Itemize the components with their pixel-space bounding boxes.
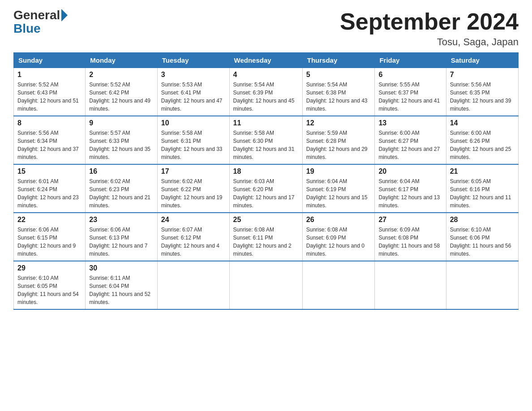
calendar-cell-27: 27Sunrise: 6:09 AMSunset: 6:08 PMDayligh…: [375, 213, 446, 261]
calendar-cell-11: 11Sunrise: 5:58 AMSunset: 6:30 PMDayligh…: [229, 116, 302, 164]
day-number: 27: [378, 216, 442, 224]
day-number: 29: [17, 264, 82, 272]
logo-general-text: General: [13, 9, 60, 21]
calendar-cell-5: 5Sunrise: 5:54 AMSunset: 6:38 PMDaylight…: [302, 68, 375, 116]
cell-info: Sunrise: 5:53 AMSunset: 6:41 PMDaylight:…: [161, 81, 226, 113]
cell-info: Sunrise: 6:00 AMSunset: 6:27 PMDaylight:…: [378, 129, 442, 161]
day-number: 8: [17, 119, 82, 127]
calendar-cell-22: 22Sunrise: 6:06 AMSunset: 6:15 PMDayligh…: [14, 213, 86, 261]
cell-info: Sunrise: 5:54 AMSunset: 6:38 PMDaylight:…: [306, 81, 371, 113]
day-number: 22: [17, 216, 82, 224]
cell-info: Sunrise: 6:11 AMSunset: 6:04 PMDaylight:…: [89, 274, 154, 306]
calendar-cell-7: 7Sunrise: 5:56 AMSunset: 6:35 PMDaylight…: [446, 68, 518, 116]
calendar-cell-1: 1Sunrise: 5:52 AMSunset: 6:43 PMDaylight…: [14, 68, 86, 116]
title-area: September 2024 Tosu, Saga, Japan: [340, 9, 519, 48]
cell-info: Sunrise: 6:02 AMSunset: 6:23 PMDaylight:…: [89, 177, 154, 210]
cell-info: Sunrise: 6:04 AMSunset: 6:17 PMDaylight:…: [378, 177, 442, 210]
cell-info: Sunrise: 5:58 AMSunset: 6:31 PMDaylight:…: [161, 129, 226, 161]
calendar-cell-18: 18Sunrise: 6:03 AMSunset: 6:20 PMDayligh…: [229, 164, 302, 213]
cell-info: Sunrise: 6:06 AMSunset: 6:15 PMDaylight:…: [17, 226, 82, 258]
cell-info: Sunrise: 6:00 AMSunset: 6:26 PMDaylight:…: [450, 129, 515, 161]
calendar-cell-30: 30Sunrise: 6:11 AMSunset: 6:04 PMDayligh…: [86, 261, 158, 309]
location-text: Tosu, Saga, Japan: [340, 36, 519, 48]
cell-info: Sunrise: 5:56 AMSunset: 6:35 PMDaylight:…: [450, 81, 515, 113]
week-row-2: 8Sunrise: 5:56 AMSunset: 6:34 PMDaylight…: [14, 116, 519, 164]
cell-info: Sunrise: 6:02 AMSunset: 6:22 PMDaylight:…: [161, 177, 226, 210]
day-number: 13: [378, 119, 442, 127]
day-number: 14: [450, 119, 515, 127]
day-number: 12: [306, 119, 371, 127]
logo-blue-text: Blue: [13, 21, 41, 36]
day-number: 26: [306, 216, 371, 224]
calendar-cell-21: 21Sunrise: 6:05 AMSunset: 6:16 PMDayligh…: [446, 164, 518, 213]
day-number: 18: [233, 167, 299, 176]
day-number: 1: [17, 71, 82, 79]
calendar-cell-26: 26Sunrise: 6:08 AMSunset: 6:09 PMDayligh…: [302, 213, 375, 261]
day-header-wednesday: Wednesday: [229, 53, 302, 68]
cell-info: Sunrise: 5:56 AMSunset: 6:34 PMDaylight:…: [17, 129, 82, 161]
day-header-tuesday: Tuesday: [157, 53, 229, 68]
week-row-3: 15Sunrise: 6:01 AMSunset: 6:24 PMDayligh…: [14, 164, 519, 213]
day-number: 4: [233, 71, 299, 79]
day-number: 10: [161, 119, 226, 127]
calendar-table: SundayMondayTuesdayWednesdayThursdayFrid…: [13, 52, 519, 310]
calendar-cell-28: 28Sunrise: 6:10 AMSunset: 6:06 PMDayligh…: [446, 213, 518, 261]
empty-cell: [229, 261, 302, 309]
calendar-cell-13: 13Sunrise: 6:00 AMSunset: 6:27 PMDayligh…: [375, 116, 446, 164]
day-number: 2: [89, 71, 154, 79]
week-row-1: 1Sunrise: 5:52 AMSunset: 6:43 PMDaylight…: [14, 68, 519, 116]
header-row: SundayMondayTuesdayWednesdayThursdayFrid…: [14, 53, 519, 68]
day-number: 30: [89, 264, 154, 272]
cell-info: Sunrise: 5:59 AMSunset: 6:28 PMDaylight:…: [306, 129, 371, 161]
page-header: General Blue September 2024 Tosu, Saga, …: [13, 9, 519, 48]
cell-info: Sunrise: 5:52 AMSunset: 6:43 PMDaylight:…: [17, 81, 82, 113]
cell-info: Sunrise: 5:52 AMSunset: 6:42 PMDaylight:…: [89, 81, 154, 113]
day-number: 15: [17, 167, 82, 176]
logo: General Blue: [13, 9, 69, 36]
calendar-cell-16: 16Sunrise: 6:02 AMSunset: 6:23 PMDayligh…: [86, 164, 158, 213]
day-number: 5: [306, 71, 371, 79]
month-title: September 2024: [340, 9, 519, 34]
day-number: 16: [89, 167, 154, 176]
calendar-cell-3: 3Sunrise: 5:53 AMSunset: 6:41 PMDaylight…: [157, 68, 229, 116]
calendar-cell-9: 9Sunrise: 5:57 AMSunset: 6:33 PMDaylight…: [86, 116, 158, 164]
cell-info: Sunrise: 6:10 AMSunset: 6:05 PMDaylight:…: [17, 274, 82, 306]
cell-info: Sunrise: 5:57 AMSunset: 6:33 PMDaylight:…: [89, 129, 154, 161]
calendar-cell-14: 14Sunrise: 6:00 AMSunset: 6:26 PMDayligh…: [446, 116, 518, 164]
empty-cell: [375, 261, 446, 309]
empty-cell: [302, 261, 375, 309]
calendar-cell-8: 8Sunrise: 5:56 AMSunset: 6:34 PMDaylight…: [14, 116, 86, 164]
cell-info: Sunrise: 6:05 AMSunset: 6:16 PMDaylight:…: [450, 177, 515, 210]
calendar-cell-12: 12Sunrise: 5:59 AMSunset: 6:28 PMDayligh…: [302, 116, 375, 164]
cell-info: Sunrise: 6:03 AMSunset: 6:20 PMDaylight:…: [233, 177, 299, 210]
day-number: 17: [161, 167, 226, 176]
day-number: 23: [89, 216, 154, 224]
day-header-monday: Monday: [86, 53, 158, 68]
calendar-cell-24: 24Sunrise: 6:07 AMSunset: 6:12 PMDayligh…: [157, 213, 229, 261]
cell-info: Sunrise: 5:54 AMSunset: 6:39 PMDaylight:…: [233, 81, 299, 113]
day-header-friday: Friday: [375, 53, 446, 68]
empty-cell: [157, 261, 229, 309]
calendar-cell-29: 29Sunrise: 6:10 AMSunset: 6:05 PMDayligh…: [14, 261, 86, 309]
calendar-cell-20: 20Sunrise: 6:04 AMSunset: 6:17 PMDayligh…: [375, 164, 446, 213]
calendar-cell-2: 2Sunrise: 5:52 AMSunset: 6:42 PMDaylight…: [86, 68, 158, 116]
cell-info: Sunrise: 6:07 AMSunset: 6:12 PMDaylight:…: [161, 226, 226, 258]
day-number: 25: [233, 216, 299, 224]
day-number: 24: [161, 216, 226, 224]
calendar-cell-6: 6Sunrise: 5:55 AMSunset: 6:37 PMDaylight…: [375, 68, 446, 116]
calendar-cell-10: 10Sunrise: 5:58 AMSunset: 6:31 PMDayligh…: [157, 116, 229, 164]
empty-cell: [446, 261, 518, 309]
cell-info: Sunrise: 6:10 AMSunset: 6:06 PMDaylight:…: [450, 226, 515, 258]
calendar-cell-15: 15Sunrise: 6:01 AMSunset: 6:24 PMDayligh…: [14, 164, 86, 213]
day-header-saturday: Saturday: [446, 53, 518, 68]
calendar-cell-23: 23Sunrise: 6:06 AMSunset: 6:13 PMDayligh…: [86, 213, 158, 261]
calendar-cell-19: 19Sunrise: 6:04 AMSunset: 6:19 PMDayligh…: [302, 164, 375, 213]
cell-info: Sunrise: 5:58 AMSunset: 6:30 PMDaylight:…: [233, 129, 299, 161]
cell-info: Sunrise: 6:09 AMSunset: 6:08 PMDaylight:…: [378, 226, 442, 258]
calendar-cell-4: 4Sunrise: 5:54 AMSunset: 6:39 PMDaylight…: [229, 68, 302, 116]
day-number: 28: [450, 216, 515, 224]
calendar-cell-17: 17Sunrise: 6:02 AMSunset: 6:22 PMDayligh…: [157, 164, 229, 213]
week-row-5: 29Sunrise: 6:10 AMSunset: 6:05 PMDayligh…: [14, 261, 519, 309]
day-number: 19: [306, 167, 371, 176]
cell-info: Sunrise: 6:04 AMSunset: 6:19 PMDaylight:…: [306, 177, 371, 210]
